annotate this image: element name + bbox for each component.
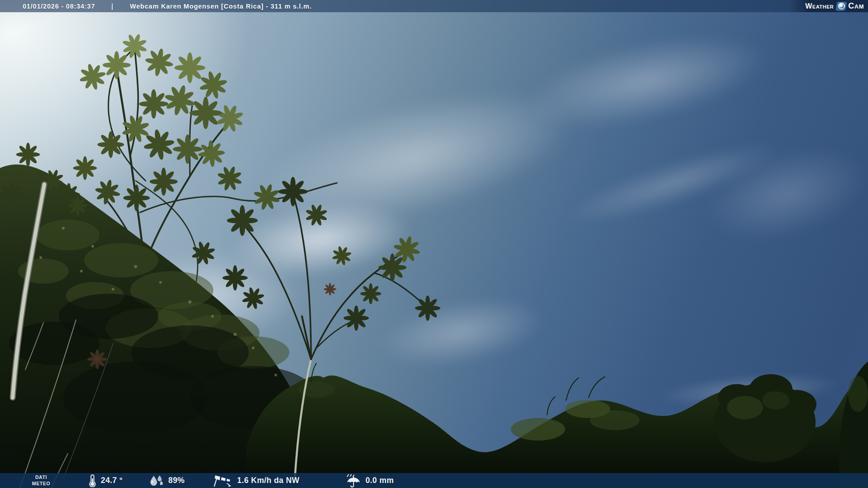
weather-data-bar: DATI METEO 24.7 ° 89% bbox=[0, 473, 868, 488]
separator-text: | bbox=[111, 3, 113, 10]
humidity-reading: 89% bbox=[149, 475, 184, 487]
logo-weather-text: Weather bbox=[805, 2, 834, 10]
dati-meteo-line2: METEO bbox=[24, 481, 58, 487]
logo-mark bbox=[836, 2, 846, 11]
water-drops-icon bbox=[149, 475, 164, 487]
wind-reading: 1.6 Km/h da NW bbox=[213, 474, 300, 488]
windsock-icon bbox=[213, 474, 233, 488]
temperature-reading: 24.7 ° bbox=[89, 474, 123, 487]
humidity-value: 89% bbox=[168, 476, 184, 485]
forest-scene bbox=[0, 0, 868, 488]
camera-lens-icon bbox=[838, 3, 845, 9]
datetime-text: 01/01/2026 - 08:34:37 bbox=[23, 3, 95, 10]
top-info-bar: 01/01/2026 - 08:34:37 | Webcam Karen Mog… bbox=[0, 0, 868, 12]
webcam-title: Webcam Karen Mogensen [Costa Rica] - 311… bbox=[130, 3, 311, 10]
weathercam-logo[interactable]: Weather Cam bbox=[789, 0, 868, 12]
wind-value: 1.6 Km/h da NW bbox=[237, 476, 300, 485]
webcam-frame: 01/01/2026 - 08:34:37 | Webcam Karen Mog… bbox=[0, 0, 868, 488]
tree-canopy bbox=[244, 361, 868, 488]
umbrella-rain-icon bbox=[346, 474, 361, 488]
temperature-value: 24.7 ° bbox=[101, 476, 123, 485]
dati-meteo-label: DATI METEO bbox=[24, 474, 58, 486]
dati-meteo-line1: DATI bbox=[24, 474, 58, 480]
precipitation-value: 0.0 mm bbox=[365, 476, 394, 485]
logo-cam-text: Cam bbox=[848, 1, 864, 11]
thermometer-icon bbox=[89, 474, 96, 487]
precipitation-reading: 0.0 mm bbox=[346, 474, 394, 488]
